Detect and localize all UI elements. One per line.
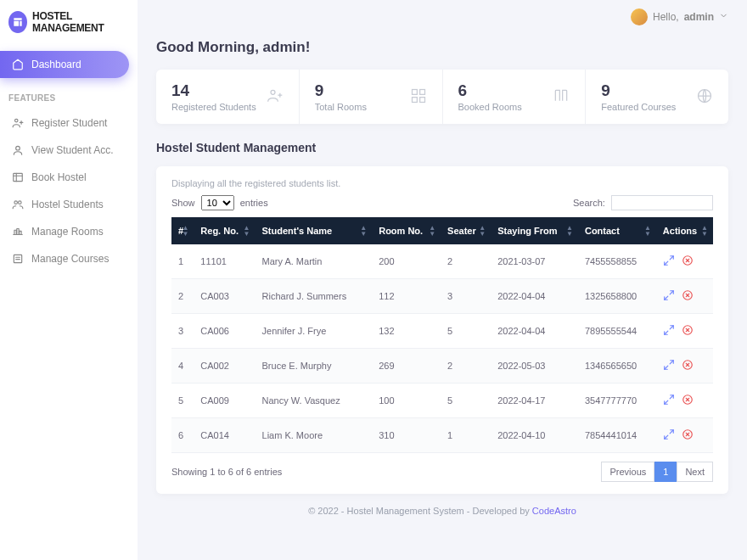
- sidebar-item[interactable]: View Student Acc.: [0, 137, 138, 164]
- column-header[interactable]: Reg. No.▲▼: [194, 217, 255, 244]
- cell-contact: 7895555544: [578, 314, 656, 349]
- cell-contact: 7455558855: [578, 244, 656, 279]
- sidebar-item[interactable]: Register Student: [0, 109, 138, 137]
- cell-from: 2022-04-04: [491, 279, 578, 314]
- svg-line-20: [670, 256, 673, 260]
- cell-seater: 2: [441, 349, 491, 384]
- sort-icon: ▲▼: [644, 225, 651, 237]
- expand-icon[interactable]: [663, 394, 675, 407]
- cell-idx: 1: [171, 244, 194, 279]
- app-logo[interactable]: HOSTEL MANAGEMENT: [0, 0, 138, 44]
- delete-icon[interactable]: [682, 255, 694, 268]
- delete-icon[interactable]: [682, 324, 694, 338]
- cell-name: Jennifer J. Frye: [256, 314, 373, 349]
- cell-from: 2022-04-10: [491, 418, 578, 453]
- app-name: HOSTEL MANAGEMENT: [32, 10, 129, 34]
- svg-line-25: [670, 291, 673, 294]
- expand-icon[interactable]: [663, 359, 675, 372]
- table-row: 6CA014Liam K. Moore31012022-04-107854441…: [171, 418, 713, 453]
- cell-seater: 5: [441, 314, 491, 349]
- expand-icon[interactable]: [663, 289, 675, 303]
- home-icon: [12, 59, 24, 70]
- expand-icon[interactable]: [663, 255, 675, 268]
- cell-idx: 4: [171, 349, 194, 384]
- cell-room: 112: [372, 279, 441, 314]
- column-header[interactable]: #▲▼: [171, 217, 194, 244]
- cell-name: Liam K. Moore: [256, 418, 373, 453]
- section-title: Hostel Student Management: [156, 141, 728, 154]
- cell-name: Mary A. Martin: [256, 244, 373, 279]
- user-icon: [12, 144, 24, 156]
- stat-label: Booked Rooms: [458, 102, 522, 112]
- footer-link[interactable]: CodeAstro: [532, 506, 576, 516]
- cell-room: 100: [372, 384, 441, 418]
- stat-value: 14: [171, 81, 256, 100]
- card-subtitle: Displaying all the registered students l…: [171, 178, 713, 188]
- page-size-select[interactable]: 10: [201, 195, 234, 210]
- next-button[interactable]: Next: [677, 462, 713, 482]
- cell-reg: CA006: [194, 314, 255, 349]
- sort-icon: ▲▼: [244, 225, 250, 237]
- globe-icon: [696, 87, 713, 107]
- cell-seater: 2: [441, 244, 491, 279]
- column-header[interactable]: Student's Name▲▼: [256, 217, 373, 244]
- svg-line-35: [670, 361, 673, 364]
- svg-line-45: [670, 430, 673, 434]
- expand-icon[interactable]: [663, 324, 675, 338]
- pagination: Previous 1 Next: [601, 462, 713, 482]
- sort-icon: ▲▼: [182, 225, 188, 237]
- cell-contact: 7854441014: [578, 418, 656, 453]
- column-header[interactable]: Actions▲▼: [656, 217, 713, 244]
- column-header[interactable]: Room No.▲▼: [372, 217, 441, 244]
- svg-line-41: [665, 400, 668, 404]
- cell-reg: 11101: [194, 244, 255, 279]
- chevron-down-icon[interactable]: [719, 11, 728, 23]
- cell-room: 200: [372, 244, 441, 279]
- sidebar-item[interactable]: Hostel Students: [0, 191, 138, 218]
- delete-icon[interactable]: [682, 428, 694, 442]
- search-input[interactable]: [611, 195, 713, 210]
- delete-icon[interactable]: [682, 394, 694, 407]
- delete-icon[interactable]: [682, 289, 694, 303]
- cell-actions: [656, 418, 713, 453]
- expand-icon[interactable]: [663, 428, 675, 442]
- user-plus-icon: [267, 87, 284, 107]
- column-header[interactable]: Contact▲▼: [578, 217, 656, 244]
- cell-actions: [656, 349, 713, 384]
- sidebar-item[interactable]: Book Hostel: [0, 164, 138, 191]
- cell-room: 132: [372, 314, 441, 349]
- svg-point-3: [16, 146, 20, 150]
- search-label: Search:: [573, 198, 605, 208]
- page-greeting: Good Morning, admin!: [156, 39, 728, 56]
- sidebar-item[interactable]: Manage Courses: [0, 245, 138, 272]
- cell-name: Nancy W. Vasquez: [256, 384, 373, 418]
- cell-contact: 1325658800: [578, 279, 656, 314]
- table-row: 111101Mary A. Martin20022021-03-07745555…: [171, 244, 713, 279]
- delete-icon[interactable]: [682, 359, 694, 372]
- sidebar-item-label: Manage Rooms: [31, 226, 104, 238]
- topbar-greeting: Hello,: [653, 11, 679, 23]
- sidebar: HOSTEL MANAGEMENT Dashboard FEATURES Reg…: [0, 0, 138, 560]
- stat-card: 9Featured Courses: [586, 70, 728, 124]
- sidebar-item-label: Book Hostel: [31, 171, 87, 183]
- sidebar-item[interactable]: Manage Rooms: [0, 218, 138, 245]
- column-header[interactable]: Seater▲▼: [441, 217, 491, 244]
- stat-value: 6: [458, 81, 522, 100]
- stats-row: 14Registered Students9Total Rooms6Booked…: [156, 70, 728, 124]
- svg-rect-15: [412, 89, 417, 94]
- avatar[interactable]: [631, 8, 648, 25]
- cell-actions: [656, 314, 713, 349]
- cell-room: 310: [372, 418, 441, 453]
- prev-button[interactable]: Previous: [601, 462, 654, 482]
- sort-icon: ▲▼: [479, 225, 486, 237]
- cell-from: 2022-04-04: [491, 314, 578, 349]
- page-button-1[interactable]: 1: [654, 462, 677, 482]
- cell-reg: CA002: [194, 349, 255, 384]
- sidebar-item-dashboard[interactable]: Dashboard: [0, 51, 129, 78]
- sort-icon: ▲▼: [429, 225, 435, 237]
- cell-name: Bruce E. Murphy: [256, 349, 373, 384]
- cell-idx: 6: [171, 418, 194, 453]
- svg-point-12: [271, 90, 275, 94]
- stat-label: Registered Students: [171, 102, 256, 112]
- column-header[interactable]: Staying From▲▼: [491, 217, 578, 244]
